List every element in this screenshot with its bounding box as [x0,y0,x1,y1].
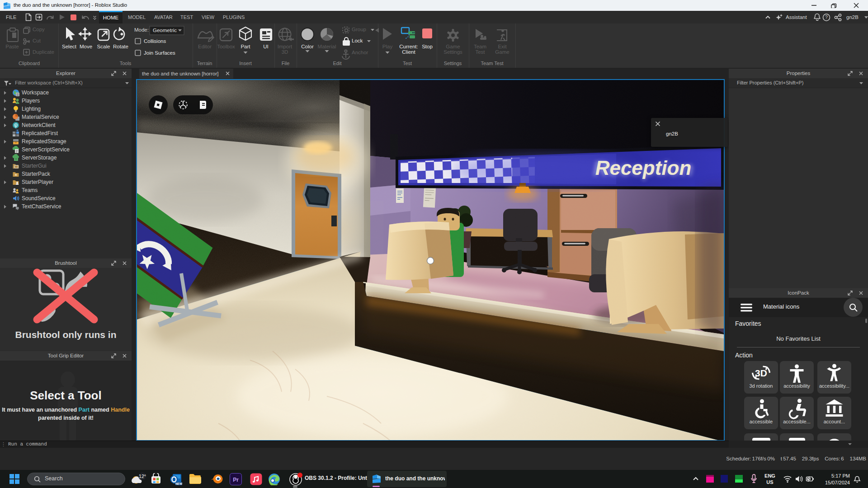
svg-text:Pr: Pr [233,477,239,483]
svg-text:Collisions: Collisions [144,38,166,44]
svg-text:Join Surfaces: Join Surfaces [144,50,175,56]
svg-text:NEW: NEW [175,482,182,485]
svg-text:Geometric: Geometric [153,28,177,33]
svg-text:?: ? [825,15,828,20]
svg-text:Mode:: Mode: [134,27,149,33]
svg-text:3D: 3D [755,368,767,378]
svg-text:12°: 12° [139,474,146,479]
